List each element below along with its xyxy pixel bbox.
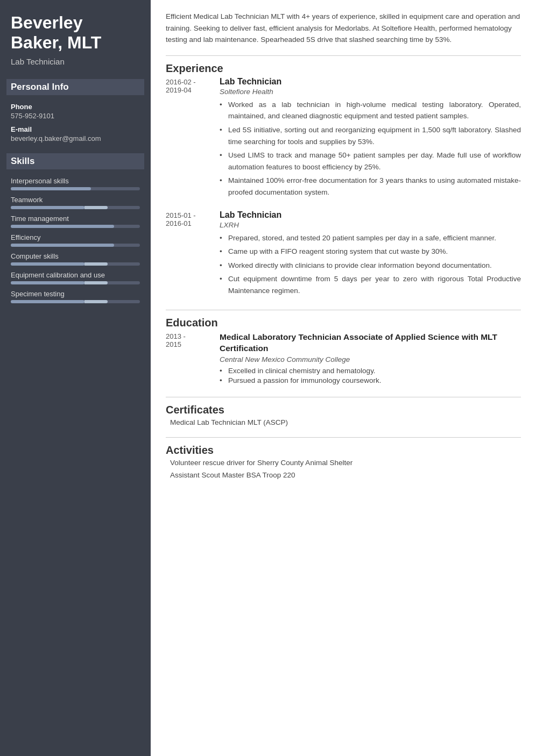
skill-bar-filled <box>11 300 84 303</box>
job-body: Lab TechnicianLXRHPrepared, stored, and … <box>220 210 521 299</box>
job-company: Soltefiore Health <box>220 88 521 96</box>
activities-divider <box>166 437 521 438</box>
skill-item: Interpersonal skills <box>11 177 140 190</box>
skill-bar <box>11 262 140 266</box>
skill-bar <box>11 206 140 209</box>
name-line1: Beverley <box>11 13 82 32</box>
skill-name: Efficiency <box>11 233 140 241</box>
job-company: LXRH <box>220 221 521 229</box>
skill-bar-filled <box>11 244 114 247</box>
skill-bar-filled <box>11 225 114 228</box>
skill-bar <box>11 225 140 228</box>
activities-container: Volunteer rescue driver for Sherry Count… <box>166 459 521 479</box>
edu-bullets: Excelled in clinical chemistry and hemat… <box>220 367 521 384</box>
skills-list: Interpersonal skillsTeamworkTime managem… <box>11 177 140 303</box>
job-block: 2015-01 - 2016-01Lab TechnicianLXRHPrepa… <box>166 210 521 299</box>
certificates-divider <box>166 397 521 397</box>
candidate-name: Beverley Baker, MLT <box>11 13 140 53</box>
job-block: 2016-02 - 2019-04Lab TechnicianSoltefior… <box>166 77 521 201</box>
skill-item: Time management <box>11 215 140 228</box>
job-dates: 2016-02 - 2019-04 <box>166 77 220 201</box>
education-divider <box>166 310 521 310</box>
skill-name: Specimen testing <box>11 290 140 298</box>
skill-bar <box>11 244 140 247</box>
certificates-heading: Certificates <box>166 404 521 416</box>
skills-heading: Skills <box>6 153 144 169</box>
skill-bar-filled <box>11 206 84 209</box>
edu-degree: Medical Laboratory Technician Associate … <box>220 331 521 354</box>
skill-item: Specimen testing <box>11 290 140 303</box>
skill-name: Time management <box>11 215 140 223</box>
experience-section: Experience 2016-02 - 2019-04Lab Technici… <box>166 62 521 299</box>
list-item: Maintained 100% error-free documentation… <box>220 175 521 198</box>
email-label: E-mail <box>11 125 140 133</box>
skill-item: Equipment calibration and use <box>11 271 140 284</box>
list-item: Pursued a passion for immunology coursew… <box>220 376 521 384</box>
skill-name: Teamwork <box>11 196 140 204</box>
skill-bar <box>11 281 140 284</box>
edu-school: Central New Mexico Community College <box>220 355 521 363</box>
list-item: Led 5S initiative, sorting out and reorg… <box>220 124 521 147</box>
phone-label: Phone <box>11 103 140 111</box>
list-item: Came up with a FIFO reagent storing syst… <box>220 246 521 258</box>
skill-name: Equipment calibration and use <box>11 271 140 279</box>
education-container: 2013 - 2015Medical Laboratory Technician… <box>166 331 521 386</box>
list-item: Used LIMS to track and manage 50+ patien… <box>220 149 521 173</box>
jobs-container: 2016-02 - 2019-04Lab TechnicianSoltefior… <box>166 77 521 299</box>
skill-bar-accent <box>84 300 108 303</box>
skill-bar-filled <box>11 262 84 266</box>
name-line2: Baker, MLT <box>11 33 101 52</box>
sidebar: Beverley Baker, MLT Lab Technician Perso… <box>0 0 151 756</box>
job-title: Lab Technician <box>220 210 521 220</box>
job-body: Lab TechnicianSoltefiore HealthWorked as… <box>220 77 521 201</box>
job-bullets: Worked as a lab technician in high-volum… <box>220 99 521 198</box>
list-item: Worked directly with clinicians to provi… <box>220 260 521 272</box>
phone-value: 575-952-9101 <box>11 112 140 120</box>
cert-item: Medical Lab Technician MLT (ASCP) <box>166 418 521 426</box>
skill-name: Interpersonal skills <box>11 177 140 185</box>
list-item: Prepared, stored, and tested 20 patient … <box>220 232 521 244</box>
personal-info-heading: Personal Info <box>6 79 144 95</box>
skill-item: Computer skills <box>11 252 140 266</box>
edu-dates: 2013 - 2015 <box>166 331 220 386</box>
skill-item: Teamwork <box>11 196 140 209</box>
skill-bar-filled <box>11 281 84 284</box>
email-value: beverley.q.baker@gmail.com <box>11 134 140 142</box>
skill-item: Efficiency <box>11 233 140 247</box>
activities-section: Activities Volunteer rescue driver for S… <box>166 444 521 479</box>
skill-bar-accent <box>84 281 108 284</box>
list-item: Excelled in clinical chemistry and hemat… <box>220 367 521 375</box>
skill-bar <box>11 300 140 303</box>
list-item: Cut equipment downtime from 5 days per y… <box>220 273 521 296</box>
job-title: Lab Technician <box>220 77 521 87</box>
activity-item: Assistant Scout Master BSA Troop 220 <box>166 471 521 479</box>
skill-bar-filled <box>11 187 91 190</box>
resume-container: Beverley Baker, MLT Lab Technician Perso… <box>0 0 536 756</box>
activity-item: Volunteer rescue driver for Sherry Count… <box>166 459 521 467</box>
main-content: Efficient Medical Lab Technician MLT wit… <box>151 0 536 756</box>
edu-block: 2013 - 2015Medical Laboratory Technician… <box>166 331 521 386</box>
skill-name: Computer skills <box>11 252 140 260</box>
education-heading: Education <box>166 317 521 329</box>
edu-body: Medical Laboratory Technician Associate … <box>220 331 521 386</box>
job-bullets: Prepared, stored, and tested 20 patient … <box>220 232 521 297</box>
certificates-container: Medical Lab Technician MLT (ASCP) <box>166 418 521 426</box>
skill-bar-accent <box>84 262 108 266</box>
list-item: Worked as a lab technician in high-volum… <box>220 99 521 122</box>
job-dates: 2015-01 - 2016-01 <box>166 210 220 299</box>
experience-divider <box>166 55 521 56</box>
certificates-section: Certificates Medical Lab Technician MLT … <box>166 404 521 426</box>
education-section: Education 2013 - 2015Medical Laboratory … <box>166 317 521 386</box>
candidate-title: Lab Technician <box>11 57 140 66</box>
skill-bar <box>11 187 140 190</box>
skill-bar-accent <box>84 206 108 209</box>
experience-heading: Experience <box>166 62 521 75</box>
summary-text: Efficient Medical Lab Technician MLT wit… <box>166 11 521 46</box>
activities-heading: Activities <box>166 444 521 457</box>
